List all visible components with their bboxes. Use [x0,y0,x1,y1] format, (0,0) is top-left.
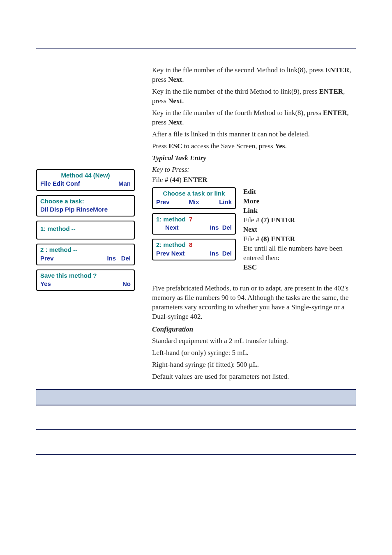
key-link: Link [243,206,356,216]
intro-p2: Key in the file number of the third Meth… [152,87,356,106]
lcd-next: Next [156,223,179,232]
t: File # ( [152,176,172,184]
lcd-m1-line1: 1: method 7 [156,215,232,223]
lcd-ins-del-group: Ins Del [210,223,232,232]
key-next: Next [243,225,356,235]
mid-lcd-column: Choose a task or link Prev Mix Link 1: m… [152,187,234,265]
lcd-choose-tasks: Dil Disp Pip RinseMore [40,205,131,214]
t: ENTER [323,109,347,117]
lcd-del: Del [222,250,232,257]
lcd-ins: Ins [107,255,116,262]
lcd-del: Del [222,224,232,231]
lcd-method2: 2 : method -- Prev Ins Del [36,244,135,265]
page: Method 44 (New) File Edit Conf Man Choos… [0,0,392,509]
t: . [182,118,184,126]
t: ENTER [319,88,344,95]
header-rule-area [36,36,356,49]
lcd-ins-del-group: Ins Del [210,249,232,258]
sub-row: Choose a task or link Prev Mix Link 1: m… [152,187,356,272]
lcd-m1-row: Next Ins Del [156,223,232,232]
lcd-choose-task: Choose a task: Dil Disp Pip RinseMore [36,195,135,217]
lcd-method-new: Method 44 (New) File Edit Conf Man [36,169,135,191]
intro-p3: Key in the file number of the fourth Met… [152,108,356,127]
lcd-method1-text: 1: method -- [40,225,131,233]
lcd-no: No [122,280,131,288]
key-file7: File # (7) ENTER [243,216,356,225]
lcd-save: Save this method ? Yes No [36,269,135,291]
t: Key in the file number of the fourth Met… [152,109,323,117]
lcd-title: Method 44 (New) [40,171,131,180]
t: Key in the file number of the third Meth… [152,88,319,95]
t: . [182,97,184,105]
t: . [182,76,184,83]
lcd-yes: Yes [40,280,51,288]
lcd-del: Del [121,255,131,262]
t: File # [243,235,261,243]
lcd-menu-row: File Edit Conf Man [40,180,131,188]
lcd-method1: 1: method -- [36,221,135,240]
footer-rule-1 [36,429,356,430]
left-column: Method 44 (New) File Edit Conf Man Choos… [36,66,144,384]
content-grid: Method 44 (New) File Edit Conf Man Choos… [36,66,356,384]
key-file8: File # (8) ENTER [243,235,356,244]
t: 1: method [156,216,186,223]
t: ENTER [183,176,208,184]
gap [152,272,356,284]
t: Key in the file number of the second Met… [152,66,325,74]
t: (7) ENTER [261,216,295,224]
key-etc: Etc until all file numbers have been ent… [243,244,356,263]
lcd-save-title: Save this method ? [40,272,131,280]
key-to-press: Key to Press: [152,165,356,175]
key-more: More [243,197,356,206]
intro-p1: Key in the file number of the second Met… [152,66,356,85]
key-column: Edit More Link File # (7) ENTER Next Fil… [243,187,356,272]
t: (8) ENTER [261,235,295,243]
lcd-menu-right: Man [118,180,131,188]
lcd-choose-link-row: Prev Mix Link [156,198,232,206]
t: Yes [275,142,285,150]
lcd-prev-next-group: Prev Next [156,249,184,258]
t: ENTER [325,66,350,74]
t: ESC [168,142,182,150]
cfg-heading: Configuration [152,325,356,334]
intro-p4: After a file is linked in this manner it… [152,130,356,139]
lcd-ins: Ins [210,250,219,257]
lcd-m2-line1: 2: method 8 [156,241,232,249]
key-esc: ESC [243,263,356,272]
lcd-m2: 2: method 8 Prev Next Ins Del [152,239,236,260]
t: to access the Save Screen, press [182,142,275,150]
file-44-line: File # (44) ENTER [152,175,356,185]
key-edit: Edit [243,187,356,197]
t: Next [168,118,182,126]
lcd-method2-row: Prev Ins Del [40,254,131,263]
prefab-p1: Five prefabricated Methods, to run or to… [152,284,356,322]
t: Next [168,97,182,105]
footer-rule-2 [36,454,356,455]
cfg-1: Standard equipment with a 2 mL transfer … [152,336,356,346]
lcd-save-row: Yes No [40,280,131,288]
t: 44 [172,176,179,184]
t: Press [152,142,168,150]
lcd-menu-left: File Edit Conf [40,180,80,188]
lcd-next: Next [171,250,185,257]
lcd-choose-link: Choose a task or link Prev Mix Link [152,187,236,209]
lcd-choose-title: Choose a task: [40,197,131,205]
t: ) [179,176,183,184]
t: File # [243,216,261,224]
footer-rules [36,429,356,455]
cfg-4: Default values are used for parameters n… [152,372,356,382]
lcd-ins: Ins [210,224,219,231]
lcd-prev: Prev [156,198,181,206]
lcd-prev: Prev [40,254,54,263]
lcd-prev: Prev [156,250,170,257]
lcd-mix: Mix [181,198,206,206]
lcd-link: Link [207,198,232,206]
lcd-m1: 1: method 7 Next Ins Del [152,213,236,235]
right-column: Key in the file number of the second Met… [152,66,356,384]
t: Next [168,76,182,83]
lcd-m2-row: Prev Next Ins Del [156,249,232,258]
t: 8 [189,241,192,248]
cfg-3: Right-hand syringe (if fitted): 500 µL. [152,360,356,370]
lcd-ins-del-group: Ins Del [107,254,131,263]
cfg-2: Left-hand (or only) syringe: 5 mL. [152,348,356,358]
